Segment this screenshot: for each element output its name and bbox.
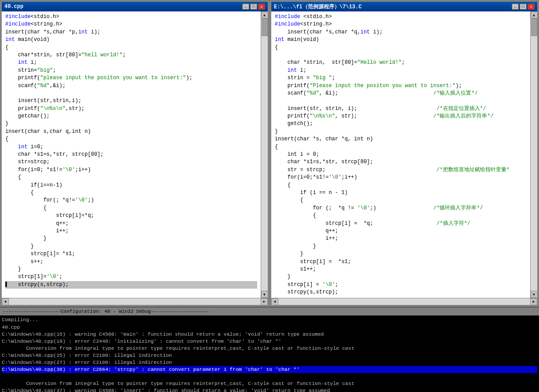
right-scrollbar-h[interactable]: ◄ ► (271, 298, 537, 305)
right-code-area: #include <stdio.h> #include<string.h> in… (271, 11, 537, 298)
left-minimize-button[interactable]: _ (242, 4, 249, 10)
left-title-text: 40.cpp (4, 4, 23, 10)
right-scroll-track[interactable] (531, 18, 537, 291)
left-scroll-down[interactable]: ▼ (261, 291, 268, 298)
windows-row: 40.cpp _ □ ✕ #include<stdio.h> #include<… (0, 0, 539, 307)
right-restore-button[interactable]: □ (520, 4, 527, 10)
output-title: --------------------Configuration: 40 - … (0, 308, 539, 315)
left-window-title: 40.cpp (4, 4, 23, 10)
left-close-button[interactable]: ✕ (258, 4, 265, 10)
right-title-text: E:\...\fl（范例源程序）\7\13.C (274, 3, 362, 11)
left-code-area: #include<stdio.h> #include<string.h> ins… (2, 11, 268, 298)
output-panel: --------------------Configuration: 40 - … (0, 307, 539, 392)
right-window-title: E:\...\fl（范例源程序）\7\13.C (274, 3, 362, 11)
right-scroll-htrack[interactable] (278, 298, 530, 305)
right-code-scroll[interactable]: #include <stdio.h> #include<string.h> in… (271, 11, 530, 298)
right-scroll-down[interactable]: ▼ (531, 291, 538, 298)
left-scroll-thumb[interactable] (262, 18, 268, 36)
left-window: 40.cpp _ □ ✕ #include<stdio.h> #include<… (1, 1, 269, 306)
right-scroll-up[interactable]: ▲ (531, 11, 538, 18)
right-title-bar: E:\...\fl（范例源程序）\7\13.C _ □ ✕ (271, 2, 537, 11)
app: 40.cpp _ □ ✕ #include<stdio.h> #include<… (0, 0, 539, 392)
left-win-buttons: _ □ ✕ (241, 4, 265, 10)
right-scroll-right[interactable]: ► (530, 298, 537, 305)
right-close-button[interactable]: ✕ (528, 4, 535, 10)
left-code-scroll[interactable]: #include<stdio.h> #include<string.h> ins… (2, 11, 261, 298)
right-win-buttons: _ □ ✕ (511, 4, 535, 10)
right-scroll-thumb[interactable] (531, 18, 537, 36)
output-content[interactable]: Compiling... 40.cpp C:\Windows\40.cpp(15… (0, 315, 539, 392)
right-scrollbar-v[interactable]: ▲ ▼ (530, 11, 537, 298)
left-scrollbar-v[interactable]: ▲ ▼ (261, 11, 268, 298)
left-scroll-right[interactable]: ► (261, 298, 268, 305)
left-scroll-track[interactable] (261, 18, 268, 291)
left-scrollbar-h[interactable]: ◄ ► (2, 298, 268, 305)
right-minimize-button[interactable]: _ (512, 4, 519, 10)
right-scroll-left[interactable]: ◄ (271, 298, 278, 305)
left-scroll-left[interactable]: ◄ (2, 298, 9, 305)
right-window: E:\...\fl（范例源程序）\7\13.C _ □ ✕ #include <… (270, 1, 538, 306)
left-scroll-up[interactable]: ▲ (261, 11, 268, 18)
left-scroll-htrack[interactable] (9, 298, 261, 305)
left-title-bar: 40.cpp _ □ ✕ (2, 2, 268, 11)
output-title-text: --------------------Configuration: 40 - … (3, 309, 209, 314)
left-restore-button[interactable]: □ (250, 4, 257, 10)
